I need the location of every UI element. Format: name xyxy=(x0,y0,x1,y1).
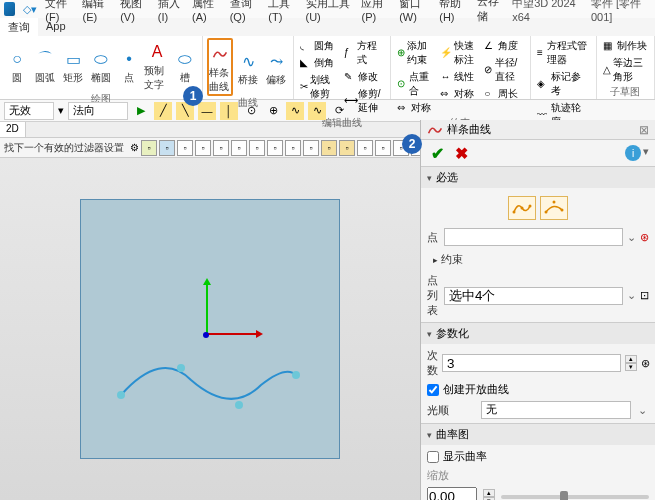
ib-14[interactable]: ▫ xyxy=(375,140,391,156)
ib-8[interactable]: ▫ xyxy=(267,140,283,156)
btn-text[interactable]: A预制文字 xyxy=(144,38,170,92)
constraint-expand[interactable]: 约束 xyxy=(427,250,649,269)
degree-pick-icon[interactable]: ⊛ xyxy=(641,357,650,370)
tbtn-8[interactable]: ∿ xyxy=(286,102,304,120)
btn-eqtriangle[interactable]: △等边三角形 xyxy=(601,55,650,85)
tbtn-2[interactable]: ╱ xyxy=(154,102,172,120)
ib-6[interactable]: ▫ xyxy=(231,140,247,156)
pointlist-dropdown[interactable]: ⌄ xyxy=(627,289,636,302)
ib-4[interactable]: ▫ xyxy=(195,140,211,156)
combo-filter[interactable]: 无效 xyxy=(4,102,54,120)
ib-9[interactable]: ▫ xyxy=(285,140,301,156)
degree-input[interactable] xyxy=(442,354,621,372)
tab-app[interactable]: App xyxy=(38,18,74,36)
btn-trimext[interactable]: ⟷修剪/延伸 xyxy=(342,86,386,116)
tbtn-5[interactable]: │ xyxy=(220,102,238,120)
info-icon[interactable]: i xyxy=(625,145,641,161)
btn-arc[interactable]: ⌒圆弧 xyxy=(32,38,58,92)
degree-up[interactable]: ▴ xyxy=(625,355,637,363)
btn-linear[interactable]: ↔线性 xyxy=(438,69,480,85)
tbtn-10[interactable]: ⟳ xyxy=(330,102,348,120)
workspace[interactable] xyxy=(0,158,420,500)
btn-ptcoincident[interactable]: ⊙点重合 xyxy=(395,69,437,99)
showcurv-checkbox[interactable] xyxy=(427,451,439,463)
filter-gear-icon[interactable]: ⚙ xyxy=(130,142,139,153)
menu-app[interactable]: 应用(P) xyxy=(361,0,391,23)
tbtn-6[interactable]: ⊙ xyxy=(242,102,260,120)
ib-11[interactable]: ▫ xyxy=(321,140,337,156)
degree-down[interactable]: ▾ xyxy=(625,363,637,371)
smooth-dropdown[interactable]: ⌄ xyxy=(635,404,649,417)
showcurv-label: 显示曲率 xyxy=(443,449,487,464)
pointlist-input[interactable] xyxy=(444,287,623,305)
pointlist-pick-icon[interactable]: ⊡ xyxy=(640,289,649,302)
btn-makeblock[interactable]: ▦制作块 xyxy=(601,38,650,54)
dropdown-icon[interactable]: ◇▾ xyxy=(23,3,37,16)
btn-rect[interactable]: ▭矩形 xyxy=(60,38,86,92)
btn-radius[interactable]: ⊘半径/直径 xyxy=(482,55,526,85)
btn-sym2[interactable]: ⇔对称 xyxy=(438,86,480,102)
btn-bridge[interactable]: ∿桥接 xyxy=(235,38,261,96)
ib-1[interactable]: ▫ xyxy=(141,140,157,156)
tbtn-1[interactable]: ▶ xyxy=(132,102,150,120)
menu-help[interactable]: 帮助(H) xyxy=(439,0,469,23)
tab-query[interactable]: 查询 xyxy=(0,18,38,36)
btn-addconstraint[interactable]: ⊕添加约束 xyxy=(395,38,437,68)
section-required[interactable]: 必选 xyxy=(421,167,655,188)
ib-3[interactable]: ▫ xyxy=(177,140,193,156)
btn-ellipse[interactable]: ⬭椭圆 xyxy=(88,38,114,92)
point-input[interactable] xyxy=(444,228,623,246)
btn-symmetric[interactable]: ⇔对称 xyxy=(395,100,437,116)
point-dropdown[interactable]: ⌄ xyxy=(627,231,636,244)
btn-perimeter[interactable]: ○周长 xyxy=(482,86,526,102)
panel-close-icon[interactable]: ⊠ xyxy=(639,123,649,137)
btn-trim[interactable]: ✂划线修剪 xyxy=(298,72,340,102)
expand-icon[interactable]: ▾ xyxy=(643,145,649,161)
menu-insert[interactable]: 插入(I) xyxy=(158,0,184,23)
filter-icon[interactable]: ▾ xyxy=(58,104,64,117)
btn-spline[interactable]: 样条曲线 xyxy=(207,38,233,96)
point-pick-icon[interactable]: ⊛ xyxy=(640,231,649,244)
ib-13[interactable]: ▫ xyxy=(357,140,373,156)
btn-chamfer[interactable]: ◣倒角 xyxy=(298,55,340,71)
section-curvature[interactable]: 曲率图 xyxy=(421,424,655,445)
ib-7[interactable]: ▫ xyxy=(249,140,265,156)
confirm-ok-button[interactable]: ✔ xyxy=(427,144,447,162)
tbtn-9[interactable]: ∿ xyxy=(308,102,326,120)
menu-view[interactable]: 视图(V) xyxy=(120,0,150,23)
btn-angle[interactable]: ∠角度 xyxy=(482,38,526,54)
btn-equation[interactable]: ƒ方程式 xyxy=(342,38,386,68)
menu-window[interactable]: 窗口(W) xyxy=(399,0,431,23)
btn-slot[interactable]: ⬭槽 xyxy=(172,38,198,92)
btn-modify[interactable]: ✎修改 xyxy=(342,69,386,85)
sketch-canvas[interactable] xyxy=(80,199,340,459)
btn-sketchref[interactable]: ◈标记参考 xyxy=(535,69,592,99)
combo-normal[interactable]: 法向 xyxy=(68,102,128,120)
btn-quickdim[interactable]: ⚡快速标注 xyxy=(438,38,480,68)
btn-circle[interactable]: ○圆 xyxy=(4,38,30,92)
btn-point[interactable]: •点 xyxy=(116,38,142,92)
btn-offset[interactable]: ⤳偏移 xyxy=(263,38,289,96)
openloop-checkbox[interactable] xyxy=(427,384,439,396)
menu-util[interactable]: 实用工具(U) xyxy=(306,0,354,23)
section-param[interactable]: 参数化 xyxy=(421,323,655,344)
ib-2[interactable]: ▫ xyxy=(159,140,175,156)
menu-edit[interactable]: 编辑(E) xyxy=(82,0,112,23)
menu-tools[interactable]: 工具(T) xyxy=(268,0,297,23)
ib-5[interactable]: ▫ xyxy=(213,140,229,156)
btn-fillet[interactable]: ◟圆角 xyxy=(298,38,340,54)
menu-attr[interactable]: 属性(A) xyxy=(192,0,222,23)
spline-curve[interactable] xyxy=(81,200,339,458)
confirm-cancel-button[interactable]: ✖ xyxy=(451,144,471,162)
canvas-tab-2d[interactable]: 2D xyxy=(0,122,26,137)
ib-10[interactable]: ▫ xyxy=(303,140,319,156)
menu-query[interactable]: 查询(Q) xyxy=(230,0,261,23)
mode-through-points[interactable] xyxy=(508,196,536,220)
ib-12[interactable]: ▫ xyxy=(339,140,355,156)
btn-eqmgr[interactable]: ≡方程式管理器 xyxy=(535,38,592,68)
tbtn-7[interactable]: ⊕ xyxy=(264,102,282,120)
smooth-select[interactable]: 无 xyxy=(481,401,631,419)
menu-cloud[interactable]: 云存储 xyxy=(477,0,504,24)
tbtn-4[interactable]: — xyxy=(198,102,216,120)
mode-control-points[interactable] xyxy=(540,196,568,220)
